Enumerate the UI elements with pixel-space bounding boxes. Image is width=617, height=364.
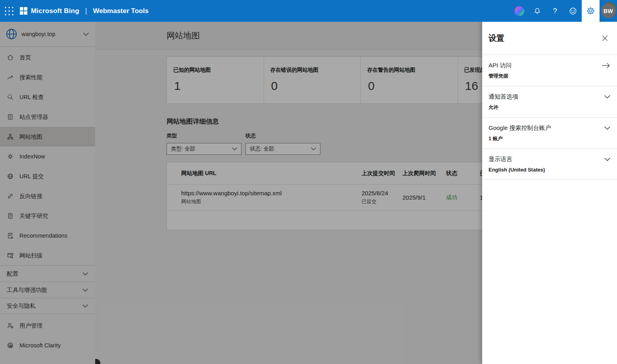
section-subtitle: 允许	[489, 104, 610, 111]
sidebar-item-label: 网站扫描	[19, 252, 42, 259]
app-launcher-icon[interactable]	[0, 0, 18, 22]
stat-card-sitemaps-with-warnings: 存在警告的网站地图 0	[361, 57, 458, 103]
home-icon	[7, 54, 14, 61]
settings-section-notification-preferences[interactable]: 通知首选项 允许	[482, 86, 617, 118]
stat-label: 存在错误的网站地图	[270, 67, 354, 74]
site-selector[interactable]: wangboyi.top	[0, 22, 95, 47]
feedback-button[interactable]	[564, 0, 582, 22]
status-filter-value: 状态: 全部	[250, 145, 274, 152]
type-filter-dropdown[interactable]: 类型: 全部	[167, 143, 241, 155]
avatar: BW	[601, 4, 616, 18]
section-title: API 访问	[489, 62, 512, 69]
sitemap-url[interactable]: https://www.wangboyi.top/sitemap.xml	[181, 190, 362, 196]
chevron-down-icon	[83, 32, 89, 36]
notifications-button[interactable]	[528, 0, 546, 22]
stat-card-known-sitemaps: 已知的网站地图 1	[167, 57, 264, 103]
section-title: 通知首选项	[489, 93, 518, 101]
last-crawled-date: 2025/9/1	[402, 194, 446, 201]
sidebar-group-label: 配置	[7, 270, 18, 278]
chevron-down-icon	[604, 95, 610, 99]
account-avatar[interactable]: BW	[600, 0, 617, 22]
sidebar-item-label: 网站地图	[19, 133, 42, 141]
close-button[interactable]	[599, 33, 610, 44]
stat-value: 1	[174, 79, 257, 93]
sidebar-item-label: 搜索性能	[19, 74, 42, 81]
close-icon	[602, 35, 608, 41]
stat-value: 0	[368, 79, 451, 93]
stat-label: 存在警告的网站地图	[367, 67, 451, 74]
sidebar-item-label: 反向链接	[19, 192, 42, 200]
type-filter-value: 类型: 全部	[171, 145, 195, 152]
brand-separator: |	[85, 7, 87, 15]
status-filter-dropdown[interactable]: 状态: 全部	[245, 143, 320, 155]
globe-icon	[6, 28, 17, 40]
sidebar-item-label: IndexNow	[19, 153, 45, 160]
settings-button[interactable]	[582, 0, 600, 22]
sidebar-group-configuration[interactable]: 配置	[0, 265, 95, 282]
sidebar-item-url-submission[interactable]: URL 提交	[0, 166, 95, 186]
section-title: Google 搜索控制台账户	[489, 124, 551, 132]
trend-icon	[7, 74, 14, 81]
section-subtitle: 管理凭据	[489, 73, 610, 80]
filter-type-label: 类型	[167, 132, 241, 139]
stat-value: 0	[271, 79, 354, 93]
sidebar-item-keyword-research[interactable]: 关键字研究	[0, 206, 95, 226]
sidebar: wangboyi.top 首页 搜索性能 URL 检查 站点管理器 网站地图 I…	[0, 22, 95, 364]
bell-icon	[533, 7, 541, 15]
copilot-button[interactable]	[510, 0, 528, 22]
site-scan-icon	[7, 252, 14, 259]
col-status: 状态	[446, 170, 480, 177]
brand[interactable]: Microsoft Bing | Webmaster Tools	[20, 7, 149, 15]
sidebar-group-tools-enhancements[interactable]: 工具与增强功能	[0, 282, 95, 298]
help-button[interactable]: ?	[546, 0, 564, 22]
chevron-down-icon	[604, 158, 610, 161]
col-last-crawled: 上次爬网时间	[402, 170, 446, 177]
document-list-icon	[7, 113, 14, 120]
sidebar-item-label: 站点管理器	[19, 113, 48, 121]
sidebar-item-indexnow[interactable]: IndexNow	[0, 147, 95, 166]
sidebar-item-microsoft-clarity[interactable]: Microsoft Clarity	[0, 335, 95, 355]
clarity-icon	[7, 342, 14, 349]
settings-section-display-language[interactable]: 显示语言 English (United States)	[482, 149, 617, 179]
section-title: 显示语言	[489, 156, 512, 163]
gear-icon	[586, 6, 595, 15]
sidebar-item-recommendations[interactable]: Recommendations	[0, 226, 95, 246]
sidebar-group-security-privacy[interactable]: 安全与隐私	[0, 298, 95, 314]
sidebar-item-site-scan[interactable]: 网站扫描	[0, 246, 95, 265]
chevron-down-icon	[604, 126, 610, 130]
user-admin-icon	[7, 322, 14, 329]
sidebar-item-backlinks[interactable]: 反向链接	[0, 186, 95, 206]
keyword-document-icon	[7, 212, 14, 219]
brand-name: Microsoft Bing	[31, 7, 79, 15]
question-mark-icon: ?	[553, 7, 557, 15]
sidebar-item-label: 用户管理	[19, 322, 42, 330]
sidebar-item-home[interactable]: 首页	[0, 48, 95, 67]
chevron-down-icon	[82, 272, 88, 276]
globe-submit-icon	[7, 173, 14, 180]
recommendations-icon	[7, 232, 14, 239]
topbar-actions: ? BW	[510, 0, 617, 22]
sidebar-group-label: 工具与增强功能	[7, 286, 47, 294]
sitemap-icon	[7, 133, 14, 140]
sidebar-item-label: URL 提交	[19, 173, 44, 180]
sidebar-item-sitemaps[interactable]: 网站地图	[0, 127, 95, 147]
section-subtitle: English (United States)	[489, 167, 610, 173]
magnifier-icon	[7, 93, 14, 101]
settings-section-google-search-console-accounts[interactable]: Google 搜索控制台账户 1 账户	[482, 118, 617, 149]
top-bar: Microsoft Bing | Webmaster Tools ?	[0, 0, 617, 22]
link-icon	[7, 192, 14, 200]
sidebar-item-site-explorer[interactable]: 站点管理器	[0, 107, 95, 127]
chevron-down-icon	[232, 147, 237, 151]
sidebar-item-user-management[interactable]: 用户管理	[0, 316, 95, 335]
chevron-down-icon	[311, 147, 316, 151]
arrow-right-icon	[602, 63, 610, 69]
sidebar-item-search-performance[interactable]: 搜索性能	[0, 67, 95, 87]
sidebar-item-label: URL 检查	[19, 93, 44, 101]
chevron-down-icon	[82, 304, 88, 308]
product-name: Webmaster Tools	[93, 7, 148, 15]
settings-section-api-access[interactable]: API 访问 管理凭据	[482, 55, 617, 86]
sidebar-item-url-inspection[interactable]: URL 检查	[0, 87, 95, 107]
col-last-submitted: 上次提交时间	[362, 170, 402, 177]
microsoft-logo-icon	[20, 7, 27, 15]
settings-panel: 设置 API 访问 管理凭据 通知首选项 允许 Google 搜索控制台账户 1…	[482, 22, 617, 364]
